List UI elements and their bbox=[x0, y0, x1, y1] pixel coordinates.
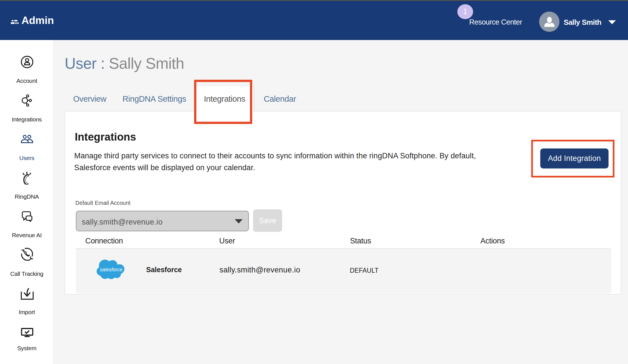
svg-text:salesforce: salesforce bbox=[100, 267, 122, 272]
